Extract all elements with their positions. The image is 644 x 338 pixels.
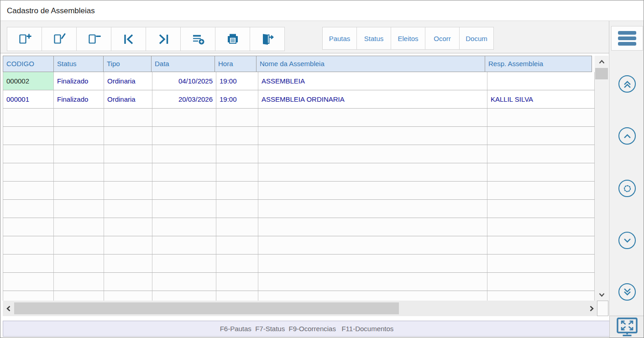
cell[interactable]: Ordinaria	[104, 90, 152, 108]
cell[interactable]	[216, 291, 258, 301]
menu-button[interactable]	[611, 26, 643, 51]
cell[interactable]	[216, 109, 258, 126]
delete-record-button[interactable]	[76, 27, 111, 51]
column-header-tipo[interactable]: Tipo	[103, 56, 152, 72]
cell[interactable]	[258, 163, 487, 181]
cell[interactable]	[104, 145, 152, 163]
scrollbar-left-arrow[interactable]	[3, 301, 14, 316]
scrollbar-down-arrow[interactable]	[595, 289, 608, 301]
cell[interactable]	[216, 273, 258, 291]
tab-status[interactable]: Status	[356, 27, 391, 50]
cell[interactable]	[54, 145, 104, 163]
cell[interactable]	[216, 218, 258, 236]
column-header-resp-assembleia[interactable]: Resp. Assembleia	[485, 56, 592, 72]
tab-docum[interactable]: Docum	[459, 27, 494, 50]
expand-screen-button[interactable]	[609, 316, 644, 338]
empty-row[interactable]	[3, 291, 595, 301]
scroll-up-button[interactable]	[618, 127, 636, 145]
cell[interactable]	[216, 145, 258, 163]
cell[interactable]	[54, 218, 104, 236]
cell[interactable]	[152, 218, 216, 236]
scroll-bottom-button[interactable]	[618, 283, 636, 301]
locate-record-button[interactable]	[618, 180, 636, 197]
scrollbar-up-arrow[interactable]	[595, 56, 608, 68]
edit-record-button[interactable]	[42, 27, 77, 51]
empty-row[interactable]	[3, 163, 595, 182]
cell[interactable]	[54, 273, 104, 291]
cell[interactable]	[104, 273, 152, 291]
cell[interactable]	[152, 145, 216, 163]
cell[interactable]	[54, 255, 104, 272]
empty-row[interactable]	[3, 218, 595, 236]
cell[interactable]	[104, 218, 152, 236]
cell[interactable]: ASSEMBLEIA ORDINARIA	[258, 90, 487, 108]
cell[interactable]	[3, 291, 54, 301]
cell[interactable]: 19:00	[216, 90, 258, 108]
cell[interactable]	[152, 182, 216, 199]
cell[interactable]	[152, 236, 216, 254]
cell[interactable]	[216, 163, 258, 181]
tab-ocorr[interactable]: Ocorr	[425, 27, 460, 50]
cell[interactable]	[258, 273, 487, 291]
new-record-button[interactable]	[7, 27, 42, 51]
cell[interactable]	[104, 291, 152, 301]
cell[interactable]	[487, 127, 595, 145]
cell[interactable]	[104, 127, 152, 145]
cell[interactable]	[3, 182, 54, 199]
cell[interactable]: ASSEMBLEIA	[258, 72, 487, 90]
cell[interactable]	[487, 291, 595, 301]
vertical-scrollbar-thumb[interactable]	[595, 68, 608, 79]
cell[interactable]: 20/03/2026	[152, 90, 216, 108]
cell[interactable]	[487, 236, 595, 254]
column-header-codigo[interactable]: CODIGO	[3, 56, 54, 72]
cell[interactable]	[216, 236, 258, 254]
cell[interactable]	[54, 236, 104, 254]
tab-eleitos[interactable]: Eleitos	[391, 27, 425, 50]
cell[interactable]	[258, 182, 487, 199]
cell[interactable]	[3, 255, 54, 272]
first-record-button[interactable]	[111, 27, 146, 51]
last-record-button[interactable]	[146, 27, 181, 51]
empty-row[interactable]	[3, 109, 595, 127]
empty-row[interactable]	[3, 182, 595, 200]
cell[interactable]	[152, 200, 216, 218]
cell[interactable]	[487, 109, 595, 126]
cell[interactable]: 000002	[3, 72, 54, 90]
cell[interactable]	[3, 163, 54, 181]
cell[interactable]	[152, 273, 216, 291]
cell[interactable]	[216, 200, 258, 218]
cell[interactable]: Ordinaria	[104, 72, 152, 90]
print-button[interactable]	[215, 27, 250, 51]
cell[interactable]	[216, 127, 258, 145]
cell[interactable]	[104, 236, 152, 254]
cell[interactable]	[487, 163, 595, 181]
empty-row[interactable]	[3, 255, 595, 273]
cell[interactable]	[152, 127, 216, 145]
scroll-top-button[interactable]	[618, 75, 636, 93]
cell[interactable]	[258, 109, 487, 126]
cell[interactable]	[104, 163, 152, 181]
cell[interactable]	[54, 163, 104, 181]
table-row[interactable]: 000001FinalizadoOrdinaria20/03/202619:00…	[3, 90, 595, 109]
cell[interactable]	[258, 255, 487, 272]
cell[interactable]	[152, 163, 216, 181]
cell[interactable]	[487, 72, 595, 90]
cell[interactable]	[3, 109, 54, 126]
cell[interactable]	[487, 273, 595, 291]
column-header-status[interactable]: Status	[53, 56, 104, 72]
cell[interactable]	[104, 109, 152, 126]
cell[interactable]	[258, 218, 487, 236]
cell[interactable]	[487, 255, 595, 272]
cell[interactable]: 000001	[3, 90, 54, 108]
cell[interactable]	[258, 145, 487, 163]
cell[interactable]	[152, 255, 216, 272]
cell[interactable]: Finalizado	[54, 90, 104, 108]
cell[interactable]	[258, 291, 487, 301]
cell[interactable]	[487, 200, 595, 218]
tab-pautas[interactable]: Pautas	[322, 27, 357, 50]
cell[interactable]	[216, 182, 258, 199]
cell[interactable]: 19:00	[216, 72, 258, 90]
cell[interactable]	[54, 200, 104, 218]
empty-row[interactable]	[3, 127, 595, 145]
cell[interactable]	[487, 182, 595, 199]
